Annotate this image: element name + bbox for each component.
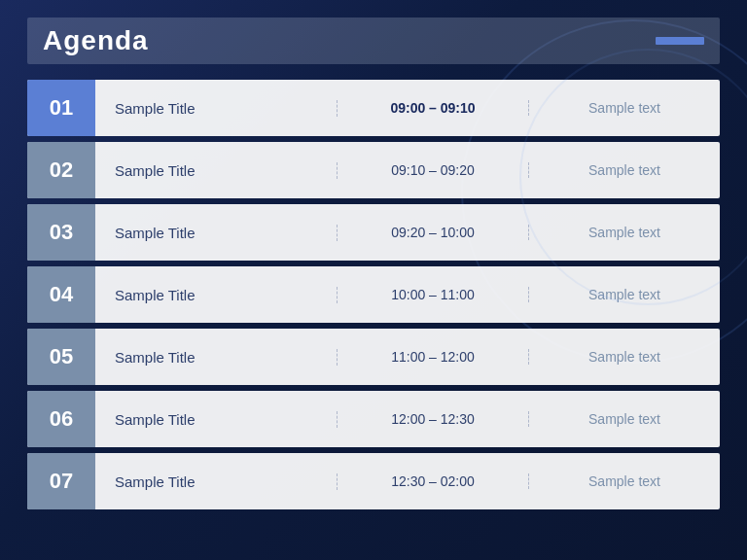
header: Agenda [27,18,720,64]
row-number: 07 [27,453,95,509]
agenda-row[interactable]: 04 Sample Title 10:00 – 11:00 Sample tex… [27,266,720,323]
agenda-list: 01 Sample Title 09:00 – 09:10 Sample tex… [27,80,720,509]
row-text: Sample text [529,287,720,302]
agenda-row[interactable]: 07 Sample Title 12:30 – 02:00 Sample tex… [27,453,720,509]
row-number: 04 [27,266,95,323]
row-title: Sample Title [95,473,338,490]
row-title: Sample Title [95,287,338,303]
row-time: 12:30 – 02:00 [338,473,529,489]
row-title: Sample Title [95,349,338,366]
row-time: 09:10 – 09:20 [338,162,529,178]
row-time: 11:00 – 12:00 [338,349,529,365]
agenda-row[interactable]: 01 Sample Title 09:00 – 09:10 Sample tex… [27,80,720,136]
row-time: 09:00 – 09:10 [338,100,529,116]
row-number: 02 [27,142,95,198]
agenda-row[interactable]: 03 Sample Title 09:20 – 10:00 Sample tex… [27,204,720,261]
row-text: Sample text [529,100,720,116]
row-title: Sample Title [95,411,338,428]
page-container: Agenda 01 Sample Title 09:00 – 09:10 Sam… [0,0,747,560]
row-text: Sample text [529,473,720,489]
row-text: Sample text [529,411,720,427]
row-time: 09:20 – 10:00 [338,225,529,240]
row-number: 03 [27,204,95,261]
agenda-row[interactable]: 05 Sample Title 11:00 – 12:00 Sample tex… [27,329,720,385]
agenda-row[interactable]: 06 Sample Title 12:00 – 12:30 Sample tex… [27,391,720,447]
row-time: 12:00 – 12:30 [338,411,529,427]
row-time: 10:00 – 11:00 [338,287,529,302]
row-title: Sample Title [95,100,338,117]
row-number: 01 [27,80,95,136]
row-number: 06 [27,391,95,447]
agenda-row[interactable]: 02 Sample Title 09:10 – 09:20 Sample tex… [27,142,720,198]
row-text: Sample text [529,225,720,240]
page-title: Agenda [43,25,656,56]
row-text: Sample text [529,162,720,178]
row-text: Sample text [529,349,720,365]
row-title: Sample Title [95,225,338,241]
row-title: Sample Title [95,162,338,179]
header-accent [656,37,704,45]
row-number: 05 [27,329,95,385]
